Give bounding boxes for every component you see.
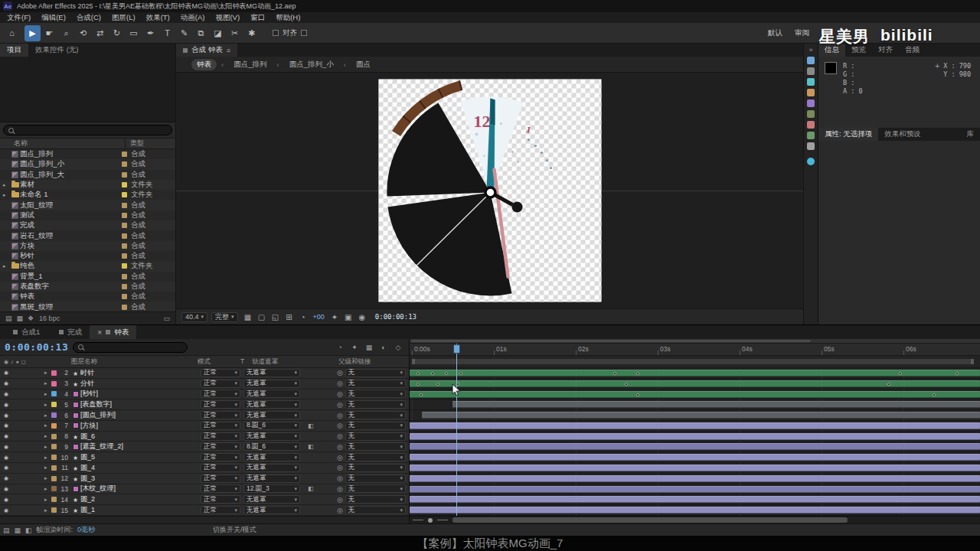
dock-panel-icon[interactable] <box>807 57 815 64</box>
viewer-control-icon-fast-previews[interactable]: ✦ <box>328 311 341 322</box>
layer-row[interactable]: ◉ 15 圆_1 正常 无遮罩 ◎无 <box>0 505 409 516</box>
expander-icon[interactable] <box>44 412 51 419</box>
layer-duration-bar[interactable] <box>410 465 980 471</box>
timeline-track-row[interactable] <box>410 494 980 505</box>
layer-duration-bar[interactable] <box>422 412 980 419</box>
parent-dropdown[interactable]: 无 <box>345 380 406 388</box>
blend-mode-dropdown[interactable]: 正常 <box>201 422 240 430</box>
eye-icon[interactable]: ◉ <box>4 391 8 397</box>
pickwhip-icon[interactable]: ◎ <box>337 464 343 471</box>
viewer-control-icon-snapshot[interactable]: ◉ <box>356 311 368 322</box>
pickwhip-icon[interactable]: ◎ <box>337 454 343 461</box>
dock-panel-icon[interactable] <box>807 99 815 107</box>
project-item[interactable]: 钟表 合成 <box>0 292 175 302</box>
blend-mode-dropdown[interactable]: 正常 <box>201 442 240 451</box>
layer-duration-bar[interactable] <box>452 401 980 408</box>
switches-modes-toggle[interactable]: 切换开关/模式 <box>213 525 256 535</box>
layer-duration-bar[interactable] <box>410 422 980 429</box>
label-color-chip[interactable] <box>51 486 59 491</box>
eye-icon[interactable]: ◉ <box>4 402 8 408</box>
blend-mode-dropdown[interactable]: 正常 <box>201 474 240 483</box>
layer-duration-bar[interactable] <box>410 507 980 514</box>
expander-icon[interactable]: ▸ <box>3 182 10 188</box>
expander-icon[interactable] <box>44 380 51 386</box>
tool-button-selection[interactable]: ▶ <box>24 25 41 41</box>
parent-dropdown[interactable]: 无 <box>345 411 406 419</box>
column-track-matte[interactable]: T轨道遮罩 <box>240 357 300 367</box>
column-mode[interactable]: 模式 <box>198 357 240 367</box>
layer-row[interactable]: ◉ 7 [方块] 正常 8.圆_6 ◧ ◎无 <box>0 421 409 432</box>
dock-panel-icon[interactable] <box>807 89 815 96</box>
label-color-chip[interactable] <box>51 434 59 439</box>
label-color-chip[interactable] <box>122 274 127 279</box>
zoom-out-icon[interactable] <box>413 520 423 520</box>
track-matte-dropdown[interactable]: 无遮罩 <box>243 495 300 504</box>
tool-button-zoom[interactable]: ⌕ <box>58 25 74 41</box>
parent-dropdown[interactable]: 无 <box>345 506 406 514</box>
menu-item[interactable]: 视图(V) <box>210 12 245 23</box>
project-item[interactable]: 岩石_纹理 合成 <box>0 230 175 240</box>
column-parent-link[interactable]: 父级和链接 <box>334 357 409 367</box>
layer-name[interactable]: 圆_6 <box>80 432 201 442</box>
parent-dropdown[interactable]: 无 <box>345 369 406 377</box>
label-color-chip[interactable] <box>122 263 127 269</box>
pickwhip-icon[interactable]: ◎ <box>337 380 343 387</box>
tool-button-brush[interactable]: ✎ <box>176 25 192 41</box>
pickwhip-icon[interactable]: ◎ <box>337 422 343 429</box>
label-color-chip[interactable] <box>51 507 59 513</box>
layer-name[interactable]: [木纹_纹理] <box>80 484 201 494</box>
eye-icon[interactable]: ◉ <box>4 507 8 514</box>
pickwhip-icon[interactable]: ◎ <box>337 412 343 419</box>
parent-dropdown[interactable]: 无 <box>345 432 406 441</box>
breadcrumb-item[interactable]: 圆点 <box>339 59 376 70</box>
matte-toggle[interactable]: ◧ <box>303 443 337 450</box>
layer-name[interactable]: 时针 <box>80 368 201 378</box>
expand-dock-icon[interactable]: » <box>808 46 812 54</box>
project-footer-icon[interactable]: ▤ <box>5 315 12 322</box>
statusbar-icon[interactable]: ▦ <box>15 527 21 534</box>
expander-icon[interactable] <box>44 444 51 450</box>
eye-icon[interactable]: ◉ <box>4 422 8 429</box>
dock-panel-icon[interactable] <box>807 142 815 150</box>
column-name[interactable]: 名称 <box>0 139 125 148</box>
layer-row[interactable]: ◉ 5 [表盘数字] 正常 无遮罩 ◎无 <box>0 399 409 410</box>
eye-icon[interactable]: ◉ <box>4 412 8 419</box>
layer-duration-bar[interactable] <box>410 496 980 503</box>
snap-checkbox[interactable] <box>273 30 279 36</box>
playhead-handle[interactable] <box>453 344 460 354</box>
menu-item[interactable]: 图层(L) <box>106 12 141 23</box>
layer-duration-bar[interactable] <box>410 380 980 387</box>
project-item[interactable]: 秒针 合成 <box>0 251 175 261</box>
timeline-track-row[interactable] <box>410 390 980 400</box>
parent-dropdown[interactable]: 无 <box>345 400 406 409</box>
scrollbar-thumb[interactable] <box>452 517 848 523</box>
tool-button-hand[interactable]: ☛ <box>41 25 57 41</box>
layer-name[interactable]: 圆_2 <box>80 494 201 504</box>
exposure-value[interactable]: +00 <box>313 313 325 321</box>
dock-panel-icon[interactable] <box>807 110 815 118</box>
project-item[interactable]: 背景_1 合成 <box>0 272 175 282</box>
viewer-control-icon-view-layout[interactable]: ⊞ <box>283 311 296 322</box>
project-footer-icon[interactable]: ❖ <box>28 315 34 322</box>
label-color-chip[interactable] <box>122 182 127 187</box>
timeline-toggle-icon-motion-blur[interactable]: ◇ <box>392 341 404 353</box>
timeline-track-row[interactable] <box>410 452 980 463</box>
pickwhip-icon[interactable]: ◎ <box>337 485 343 493</box>
resolution-dropdown[interactable]: 完整 <box>211 312 238 322</box>
magnification-dropdown[interactable]: 40.4 <box>181 312 207 322</box>
eye-icon[interactable]: ◉ <box>4 486 8 492</box>
layer-switches[interactable]: ◉ <box>0 486 35 492</box>
viewer-control-icon-camera[interactable]: ▣ <box>342 311 354 322</box>
label-color-chip[interactable] <box>122 213 127 218</box>
tool-button-roto-brush[interactable]: ✂ <box>227 25 243 41</box>
layer-switches[interactable]: ◉ <box>0 465 35 471</box>
label-color-chip[interactable] <box>122 203 127 208</box>
blend-mode-dropdown[interactable]: 正常 <box>201 432 240 441</box>
project-item[interactable]: 圆点_排列_大 合成 <box>0 170 175 180</box>
tool-button-eraser[interactable]: ◪ <box>210 25 226 41</box>
search-input[interactable] <box>3 125 172 135</box>
layer-row[interactable]: ◉ 11 圆_4 正常 无遮罩 ◎无 <box>0 463 409 474</box>
layer-row[interactable]: ◉ 10 圆_5 正常 无遮罩 ◎无 <box>0 452 409 463</box>
pickwhip-icon[interactable]: ◎ <box>337 474 343 482</box>
layer-switches[interactable]: ◉ <box>0 433 35 439</box>
